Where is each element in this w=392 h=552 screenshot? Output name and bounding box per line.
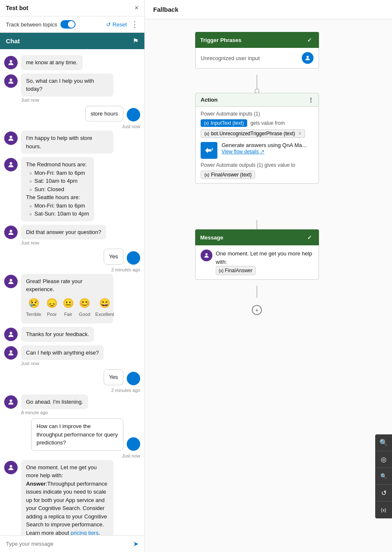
input-tag-row: {x} InputText (text) gets value from xyxy=(201,119,314,127)
view-flow-label: View flow details xyxy=(222,149,259,155)
chat-title: Chat xyxy=(6,37,20,45)
trigger-input-row: Unrecognized user input xyxy=(201,52,314,64)
left-panel: Test bot × Track between topics ↺ Reset … xyxy=(0,0,145,552)
list-item: One moment. Let me get you more help wit… xyxy=(0,458,144,536)
pa-outputs: Power Automate outputs (1) gives value t… xyxy=(201,162,314,179)
list-item: So, what can I help you with today? Just… xyxy=(0,72,144,104)
message-node: Message ✓ One moment. Let me get you mor… xyxy=(195,229,319,280)
view-flow-link[interactable]: View flow details ↗ xyxy=(222,149,264,155)
x-icon: {x} xyxy=(204,121,209,126)
generate-icon xyxy=(201,142,217,159)
reset-view-button[interactable]: ↺ xyxy=(375,485,392,502)
toolbar-right: ↺ Reset ⋮ xyxy=(106,20,139,29)
list-item: Did that answer your question? Just now xyxy=(0,223,144,247)
rating-label: Good xyxy=(79,311,90,318)
variables-button[interactable]: {x} xyxy=(375,502,392,518)
timestamp: Just now xyxy=(21,361,104,366)
more-button[interactable]: ⋮ xyxy=(131,20,139,29)
timestamp: Just now xyxy=(0,453,144,458)
svg-point-25 xyxy=(306,56,308,58)
bot-message: Did that answer your question? xyxy=(21,225,106,240)
user-icon xyxy=(302,52,314,64)
input-tag: {x} InputText (text) xyxy=(201,119,247,127)
zoom-out-button[interactable]: 🔍 xyxy=(375,468,392,485)
rating-fair[interactable]: 😐Fair xyxy=(63,296,74,318)
chat-body[interactable]: me know at any time. So, what can I help… xyxy=(0,49,144,535)
rating-label: Fair xyxy=(64,311,72,318)
excellent-icon: 😄 xyxy=(99,296,110,310)
zoom-in-button[interactable]: 🔍 xyxy=(375,434,392,451)
rating-good[interactable]: 😊Good xyxy=(79,296,90,318)
terrible-icon: 😢 xyxy=(28,296,39,310)
pricing-tiers-link[interactable]: pricing tiers xyxy=(71,530,98,536)
var-name: FinalAnswer xyxy=(225,267,253,274)
chat-input[interactable] xyxy=(6,541,130,547)
timestamp: Just now xyxy=(21,240,106,245)
list-item: The Redmond hours are: Mon-Fri: 9am to 6… xyxy=(0,155,144,223)
svg-rect-1 xyxy=(10,61,12,62)
svg-rect-17 xyxy=(10,400,12,401)
target-button[interactable]: ◎ xyxy=(375,451,392,468)
avatar xyxy=(4,461,18,474)
add-node-button[interactable]: + xyxy=(252,305,262,315)
user-message: Yes xyxy=(104,369,123,385)
timestamp: A minute ago xyxy=(21,410,88,415)
generate-info: Generate answers using QnA Ma... View fl… xyxy=(222,142,306,155)
pa-inputs-label: Power Automate inputs (1) xyxy=(201,111,314,117)
list-item: store hours xyxy=(0,104,144,124)
trigger-body: Unrecognized user input xyxy=(195,48,319,68)
list-item: me know at any time. xyxy=(0,53,144,72)
right-toolbar: 🔍 ◎ 🔍 ↺ {x} xyxy=(375,434,392,518)
avatar xyxy=(4,56,18,69)
user-avatar xyxy=(127,372,140,385)
timestamp: 2 minutes ago xyxy=(0,388,144,393)
user-avatar xyxy=(127,108,140,121)
list-item: I'm happy to help with store hours. xyxy=(0,129,144,155)
rating-terrible[interactable]: 😢Terrible xyxy=(26,296,41,318)
trigger-header: Trigger Phrases ✓ xyxy=(195,32,319,48)
bot-icon xyxy=(201,250,212,261)
list-item: Can I help with anything else? Just now xyxy=(0,344,144,368)
svg-rect-13 xyxy=(10,333,12,334)
bot-message: Thanks for your feedback. xyxy=(21,327,94,342)
avatar xyxy=(4,158,18,171)
avatar xyxy=(4,131,18,145)
fair-icon: 😐 xyxy=(63,296,74,310)
title-bar: Test bot × xyxy=(0,0,144,16)
svg-rect-7 xyxy=(10,163,12,164)
flag-icon: ⚑ xyxy=(133,37,139,45)
rating-poor[interactable]: 😞Poor xyxy=(46,296,57,318)
var-tag: {x} bot.UnrecognizedTriggerPhrase (text)… xyxy=(201,129,305,138)
track-toggle[interactable] xyxy=(60,20,76,29)
flow-canvas[interactable]: Trigger Phrases ✓ Unrecognized user inpu… xyxy=(145,19,392,552)
trigger-node: Trigger Phrases ✓ Unrecognized user inpu… xyxy=(195,32,319,68)
var-tag-label: bot.UnrecognizedTriggerPhrase (text) xyxy=(211,131,295,137)
reset-button[interactable]: ↺ Reset xyxy=(106,21,127,28)
rating-label: Poor xyxy=(47,311,57,318)
generate-row: Generate answers using QnA Ma... View fl… xyxy=(201,142,314,159)
user-message: How can I improve the throughput perform… xyxy=(31,418,123,451)
bot-message: Go ahead. I'm listening. xyxy=(21,394,88,410)
avatar xyxy=(4,275,18,288)
remove-var-icon[interactable]: × xyxy=(298,131,301,137)
bot-message: The Redmond hours are: Mon-Fri: 9am to 6… xyxy=(21,157,94,221)
user-message: store hours xyxy=(85,106,123,122)
track-row: Track between topics xyxy=(6,20,76,29)
bot-message: So, what can I help you with today? xyxy=(21,74,113,97)
bot-message: Can I help with anything else? xyxy=(21,345,104,360)
gets-value: gets value from xyxy=(251,120,285,126)
message-content-row: One moment. Let me get you more help wit… xyxy=(201,250,314,275)
close-button[interactable]: × xyxy=(135,4,139,12)
bot-message: me know at any time. xyxy=(21,55,83,70)
user-avatar xyxy=(127,437,140,451)
list-item: Yes xyxy=(0,247,144,266)
send-button[interactable]: ➤ xyxy=(133,540,139,548)
action-more-icon[interactable]: ⋮ xyxy=(308,97,314,103)
rating-excellent[interactable]: 😄Excellent xyxy=(95,296,114,318)
reset-label: Reset xyxy=(112,21,127,28)
avatar xyxy=(4,74,18,88)
poor-icon: 😞 xyxy=(46,296,57,310)
list-item: Great! Please rate your experience. 😢Ter… xyxy=(0,272,144,326)
action-title: Action xyxy=(201,97,217,103)
input-tag-label: InputText (text) xyxy=(211,120,244,126)
